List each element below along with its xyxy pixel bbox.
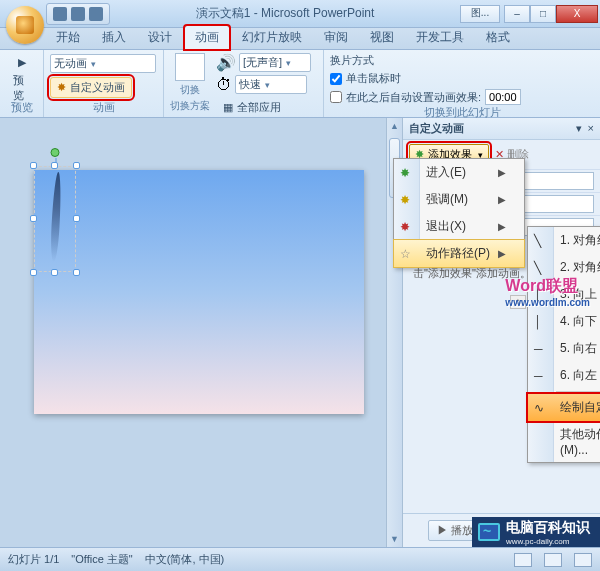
- tab-animations[interactable]: 动画: [184, 25, 230, 50]
- tab-home[interactable]: 开始: [46, 26, 90, 49]
- custom-animation-label: 自定义动画: [70, 80, 125, 95]
- office-orb[interactable]: [6, 6, 44, 44]
- star-yellow-icon: ✸: [400, 193, 410, 207]
- menu-emphasis[interactable]: ✸强调(M)▶: [394, 186, 524, 213]
- ribbon-tabs: 开始 插入 设计 动画 幻灯片放映 审阅 视图 开发工具 格式: [0, 28, 600, 50]
- path-left[interactable]: ─6. 向左: [528, 362, 600, 389]
- group-label-animation: 动画: [50, 100, 157, 117]
- squiggle-icon: ∿: [534, 401, 544, 415]
- resize-handle[interactable]: [73, 162, 80, 169]
- motion-path-submenu: ╲1. 对角线向右上 ╲2. 对角线向右下 │3. 向上 │4. 向下 ─5. …: [527, 226, 600, 463]
- line-icon: ╲: [534, 234, 541, 248]
- rotation-handle[interactable]: [51, 148, 60, 157]
- close-button[interactable]: X: [556, 5, 598, 23]
- transition-scheme-label2: 切换方案: [170, 99, 210, 113]
- preview-label: 预览: [13, 73, 30, 103]
- advance-mode-label: 换片方式: [330, 53, 594, 68]
- path-diag-ur[interactable]: ╲1. 对角线向右上: [528, 227, 600, 254]
- path-other[interactable]: 其他动作路径(M)...: [528, 421, 600, 462]
- resize-handle[interactable]: [30, 162, 37, 169]
- tab-design[interactable]: 设计: [138, 26, 182, 49]
- qat-redo-icon[interactable]: [89, 7, 103, 21]
- star-red-icon: ✸: [400, 220, 410, 234]
- scroll-down-arrow[interactable]: ▼: [387, 531, 402, 547]
- menu-entrance[interactable]: ✸进入(E)▶: [394, 159, 524, 186]
- maximize-button[interactable]: □: [530, 5, 556, 23]
- qat-save-icon[interactable]: [53, 7, 67, 21]
- titlebar: 演示文稿1 - Microsoft PowerPoint 图... – □ X: [0, 0, 600, 28]
- animation-combo[interactable]: 无动画 ▾: [50, 54, 156, 73]
- qat-undo-icon[interactable]: [71, 7, 85, 21]
- tab-slideshow[interactable]: 幻灯片放映: [232, 26, 312, 49]
- chevron-down-icon: ▾: [91, 59, 96, 69]
- monitor-icon: [478, 523, 500, 541]
- resize-handle[interactable]: [51, 162, 58, 169]
- taskpane-close-icon[interactable]: ×: [588, 122, 594, 135]
- resize-handle[interactable]: [73, 269, 80, 276]
- custom-animation-button[interactable]: ✸ 自定义动画: [50, 77, 132, 98]
- workspace: ▲ ▼ 自定义动画 ▾ × ✸ 添加效果 ▾ ✕ 删除 选: [0, 118, 600, 547]
- tab-developer[interactable]: 开发工具: [406, 26, 474, 49]
- resize-handle[interactable]: [30, 215, 37, 222]
- sound-combo[interactable]: [无声音]▾: [239, 53, 311, 72]
- resize-handle[interactable]: [30, 269, 37, 276]
- line-icon: ─: [534, 342, 543, 356]
- slide-canvas[interactable]: [34, 170, 364, 414]
- slide-editor[interactable]: ▲ ▼: [0, 118, 402, 547]
- speed-combo[interactable]: 快速▾: [235, 75, 307, 94]
- line-icon: ─: [534, 369, 543, 383]
- resize-handle[interactable]: [51, 269, 58, 276]
- line-icon: │: [534, 315, 542, 329]
- tab-insert[interactable]: 插入: [92, 26, 136, 49]
- line-icon: ╲: [534, 261, 541, 275]
- resize-handle[interactable]: [73, 215, 80, 222]
- add-effect-menu: ✸进入(E)▶ ✸强调(M)▶ ✸退出(X)▶ ☆动作路径(P)▶: [393, 158, 525, 268]
- view-normal-button[interactable]: [514, 553, 532, 567]
- statusbar: 幻灯片 1/1 "Office 主题" 中文(简体, 中国): [0, 547, 600, 571]
- transition-gallery[interactable]: [175, 53, 205, 81]
- view-sorter-button[interactable]: [544, 553, 562, 567]
- menu-exit[interactable]: ✸退出(X)▶: [394, 213, 524, 240]
- menu-motion-path[interactable]: ☆动作路径(P)▶: [394, 240, 524, 267]
- minimize-button[interactable]: –: [504, 5, 530, 23]
- sound-icon: 🔊: [216, 53, 236, 72]
- path-right[interactable]: ─5. 向右: [528, 335, 600, 362]
- taskpane-header: 自定义动画 ▾ ×: [403, 118, 600, 140]
- play-icon: ▶: [437, 524, 448, 536]
- tab-format[interactable]: 格式: [476, 26, 520, 49]
- auto-time-spinner[interactable]: 00:00: [485, 89, 521, 105]
- tab-view[interactable]: 视图: [360, 26, 404, 49]
- path-draw-custom[interactable]: ∿绘制自定义路径(▶: [528, 394, 600, 421]
- window-title: 演示文稿1 - Microsoft PowerPoint: [110, 5, 460, 22]
- transition-scheme-label: 切换: [180, 83, 200, 97]
- preview-button[interactable]: ▶ 预览: [6, 53, 37, 97]
- star-outline-icon: ☆: [400, 247, 411, 261]
- selected-shape[interactable]: [34, 166, 76, 272]
- animation-combo-value: 无动画: [54, 56, 87, 71]
- view-slideshow-button[interactable]: [574, 553, 592, 567]
- custom-animation-pane: 自定义动画 ▾ × ✸ 添加效果 ▾ ✕ 删除 选中幻灯片的某个元素，然后单击"…: [402, 118, 600, 547]
- scroll-up-arrow[interactable]: ▲: [387, 118, 402, 134]
- status-slide-count: 幻灯片 1/1: [8, 552, 59, 567]
- apply-all-button[interactable]: ▦全部应用: [216, 97, 311, 118]
- group-label-preview: 预览: [6, 100, 37, 117]
- taskpane-title: 自定义动画: [409, 121, 464, 136]
- tab-review[interactable]: 审阅: [314, 26, 358, 49]
- preview-icon: ▶: [18, 56, 26, 69]
- speed-icon: ⏱: [216, 76, 232, 94]
- auto-after-checkbox[interactable]: 在此之后自动设置动画效果:: [330, 90, 481, 105]
- status-theme: "Office 主题": [71, 552, 132, 567]
- taskpane-menu-icon[interactable]: ▾: [576, 122, 582, 135]
- feather-shape: [50, 172, 63, 262]
- on-click-checkbox[interactable]: 单击鼠标时: [330, 71, 594, 86]
- contextual-tab-label: 图...: [460, 5, 500, 23]
- path-down[interactable]: │4. 向下: [528, 308, 600, 335]
- watermark-wordlm: Word联盟 www.wordlm.com: [505, 276, 590, 308]
- watermark-pcdaily: 电脑百科知识 www.pc-daily.com: [472, 517, 600, 547]
- ribbon: ▶ 预览 预览 无动画 ▾ ✸ 自定义动画 动画 切换 切换方案: [0, 50, 600, 118]
- gear-star-icon: ✸: [57, 81, 66, 94]
- status-language[interactable]: 中文(简体, 中国): [145, 552, 224, 567]
- quick-access-toolbar[interactable]: [46, 3, 110, 25]
- apply-all-icon: ▦: [223, 101, 233, 114]
- star-green-icon: ✸: [400, 166, 410, 180]
